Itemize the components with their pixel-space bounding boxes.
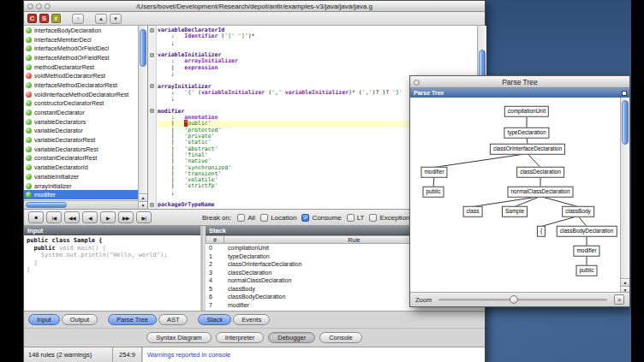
tree-node-classbodydeclaration[interactable]: classBodyDeclaration bbox=[557, 226, 617, 237]
rule-list-item-constantdeclarator[interactable]: constantDeclarator bbox=[24, 108, 138, 117]
window-close-button[interactable] bbox=[27, 3, 33, 9]
tree-menu-icon[interactable]: ≡ bbox=[614, 294, 624, 305]
window-titlebar[interactable]: /Users/bovet/Development/Research/depot/… bbox=[24, 1, 485, 12]
tree-node-classorinterfacedeclaration[interactable]: classOrInterfaceDeclaration bbox=[490, 144, 565, 155]
rule-gutter-icon[interactable] bbox=[150, 203, 154, 207]
scroll-up-icon[interactable]: ▲ bbox=[621, 278, 629, 286]
zoom-slider[interactable] bbox=[438, 299, 607, 301]
parse-tree-canvas[interactable]: compilationUnittypeDeclarationclassOrInt… bbox=[410, 98, 629, 294]
rule-list-item-interfacemethoddeclaratorrest[interactable]: interfaceMethodDeclaratorRest bbox=[24, 80, 138, 90]
tab-syntax-diagram[interactable]: Syntax Diagram bbox=[146, 332, 211, 343]
tree-node--[interactable]: { bbox=[537, 226, 546, 237]
rule-gutter-icon[interactable] bbox=[150, 53, 154, 57]
step-forward-button[interactable]: ▶ bbox=[100, 211, 116, 223]
checkbox-exception[interactable] bbox=[369, 214, 377, 222]
tree-node-sample[interactable]: Sample bbox=[502, 206, 528, 217]
rule-list-item-arrayinitializer[interactable]: arrayInitializer bbox=[24, 181, 138, 191]
grammar-check-button[interactable]: C bbox=[27, 14, 37, 23]
rule-list-item-interfacemethodorfieldrest[interactable]: interfaceMethodOrFieldRest bbox=[24, 53, 138, 62]
rule-list-item-variabledeclaratorsrest[interactable]: variableDeclaratorsRest bbox=[24, 145, 138, 154]
rule-marker-button[interactable]: r bbox=[51, 14, 61, 23]
rule-list-item-variabledeclarator[interactable]: variableDeclarator bbox=[24, 127, 138, 136]
step-backward-button[interactable]: ◀ bbox=[82, 211, 98, 223]
tree-node-class[interactable]: class bbox=[463, 206, 483, 217]
syntax-diagram-button[interactable]: S bbox=[39, 14, 49, 23]
editor-gutter[interactable] bbox=[148, 26, 157, 209]
window-minimize-button[interactable] bbox=[36, 3, 42, 9]
rule-gutter-icon[interactable] bbox=[150, 109, 154, 113]
zoom-label: Zoom bbox=[415, 296, 432, 304]
sort-rules-up-button[interactable]: ▲ bbox=[95, 14, 107, 24]
rule-list-item-constructordeclaratorrest[interactable]: constructorDeclaratorRest bbox=[24, 99, 138, 109]
zoom-control: Zoom ≡ bbox=[410, 292, 629, 306]
window-close-button[interactable] bbox=[414, 80, 420, 86]
break-option-exception: Exception bbox=[369, 214, 409, 222]
editor-line: : Identifier ('[' ']')* bbox=[158, 33, 477, 39]
window-zoom-button[interactable] bbox=[45, 3, 51, 9]
rule-ok-icon bbox=[26, 146, 32, 152]
rule-list-item-voidinterfacemethoddeclaratorrest[interactable]: voidInterfaceMethodDeclaratorRest bbox=[24, 90, 138, 99]
checkbox-lt[interactable] bbox=[347, 214, 355, 222]
checkbox-consume[interactable]: ✓ bbox=[301, 214, 309, 222]
rule-list-item-interfacebodydeclaration[interactable]: interfaceBodyDeclaration bbox=[24, 26, 138, 35]
rules-list: interfaceBodyDeclarationinterfaceMemberD… bbox=[24, 26, 148, 209]
rule-ok-icon bbox=[26, 183, 32, 189]
tree-node-typedeclaration[interactable]: typeDeclaration bbox=[504, 128, 549, 139]
parse-tree-titlebar[interactable]: Parse Tree bbox=[410, 76, 629, 88]
rules-hscrollbar-thumb[interactable] bbox=[26, 202, 67, 208]
goto-start-button[interactable]: |◀ bbox=[46, 211, 62, 223]
tab-input[interactable]: Input bbox=[28, 314, 60, 325]
tree-node-classdeclaration[interactable]: classDeclaration bbox=[516, 167, 564, 178]
goto-end-button[interactable]: ▶| bbox=[136, 211, 152, 223]
tree-node-public[interactable]: public bbox=[576, 265, 598, 276]
tab-console[interactable]: Console bbox=[319, 332, 362, 343]
rule-list-item-voidmethoddeclaratorrest[interactable]: voidMethodDeclaratorRest bbox=[24, 71, 138, 80]
debugger-buttons: ■|◀◀◀◀▶▶▶▶| bbox=[28, 211, 152, 223]
scroll-up-icon[interactable]: ▲ bbox=[139, 193, 147, 201]
tab-stack[interactable]: Stack bbox=[198, 314, 231, 325]
tree-node-compilationunit[interactable]: compilationUnit bbox=[504, 106, 549, 117]
zoom-slider-thumb[interactable] bbox=[510, 295, 518, 304]
rule-gutter-icon[interactable] bbox=[150, 28, 154, 33]
rules-hscrollbar[interactable] bbox=[24, 200, 138, 209]
rule-list-item-modifier[interactable]: modifier bbox=[24, 190, 138, 199]
tab-debugger[interactable]: Debugger bbox=[268, 332, 315, 343]
rule-list-item-variabledeclaratorrest[interactable]: variableDeclaratorRest bbox=[24, 135, 138, 145]
rules-scrollbar-thumb[interactable] bbox=[140, 29, 146, 67]
tree-node-normalclassdeclaration[interactable]: normalClassDeclaration bbox=[508, 187, 574, 198]
rule-list-item-methoddeclaratorrest[interactable]: methodDeclaratorRest bbox=[24, 62, 138, 72]
rule-list-item-variableinitializer[interactable]: variableInitializer bbox=[24, 172, 138, 181]
stack-row-index: 5 bbox=[206, 286, 224, 292]
tree-scrollbar-thumb[interactable] bbox=[622, 100, 629, 145]
fast-forward-button[interactable]: ▶▶ bbox=[118, 211, 134, 223]
fast-backward-button[interactable]: ◀◀ bbox=[64, 211, 80, 223]
tree-scrollbar[interactable]: ▲ ▼ bbox=[620, 98, 629, 294]
tree-node-modifier[interactable]: modifier bbox=[420, 167, 447, 178]
tree-node-classbody[interactable]: classBody bbox=[562, 206, 594, 217]
rule-label: variableDeclaratorId bbox=[34, 164, 88, 170]
scroll-down-icon[interactable]: ▼ bbox=[139, 201, 147, 209]
tab-interpreter[interactable]: Interpreter bbox=[216, 332, 265, 343]
rules-scrollbar[interactable]: ▲ ▼ bbox=[138, 26, 147, 209]
rule-list-item-interfacemethodorfielddecl[interactable]: interfaceMethodOrFieldDecl bbox=[24, 44, 138, 53]
rule-list-item-variabledeclarators[interactable]: variableDeclarators bbox=[24, 117, 138, 127]
rule-list-item-constantdeclaratorrest[interactable]: constantDeclaratorRest bbox=[24, 154, 138, 163]
tab-ast[interactable]: AST bbox=[158, 314, 188, 325]
rule-list-item-interfacememberdecl[interactable]: interfaceMemberDecl bbox=[24, 35, 138, 45]
tab-output[interactable]: Output bbox=[62, 314, 98, 325]
attach-panel-icon[interactable] bbox=[622, 91, 627, 96]
checkbox-all[interactable] bbox=[237, 214, 245, 222]
tree-node-public[interactable]: public bbox=[423, 187, 444, 198]
sort-rules-down-button[interactable]: ▼ bbox=[110, 14, 122, 24]
rule-label: interfaceMethodOrFieldDecl bbox=[34, 45, 109, 51]
tab-events[interactable]: Events bbox=[233, 314, 270, 325]
stop-button[interactable]: ■ bbox=[28, 211, 44, 223]
warnings-button[interactable]: ! bbox=[72, 14, 84, 24]
parse-tree-panel-header: Parse Tree bbox=[410, 88, 629, 98]
tab-parse-tree[interactable]: Parse Tree bbox=[108, 314, 157, 325]
checkbox-location[interactable] bbox=[260, 214, 268, 222]
rule-gutter-icon[interactable] bbox=[150, 84, 154, 88]
rule-list-item-variabledeclaratorid[interactable]: variableDeclaratorId bbox=[24, 163, 138, 172]
input-text[interactable]: public class Sample { public void main()… bbox=[24, 235, 200, 311]
tree-node-modifier[interactable]: modifier bbox=[573, 246, 599, 257]
